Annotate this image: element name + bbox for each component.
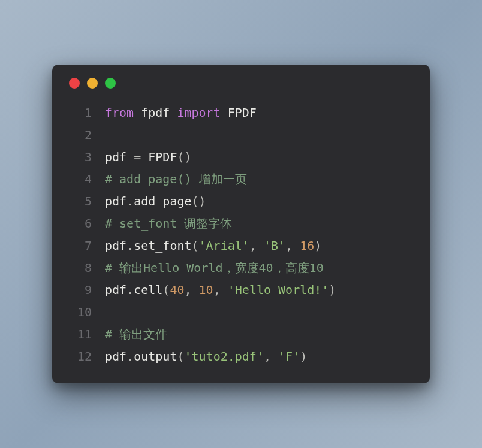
code-line: 6# set_font 调整字体 <box>68 213 414 235</box>
line-content: # set_font 调整字体 <box>105 213 232 235</box>
close-icon[interactable] <box>69 78 80 89</box>
code-line: 1from fpdf import FPDF <box>68 102 414 124</box>
code-line: 2 <box>68 124 414 146</box>
code-line: 8# 输出Hello World，宽度40，高度10 <box>68 257 414 279</box>
line-content: # 输出文件 <box>105 323 167 346</box>
line-content: pdf = FPDF() <box>105 146 192 168</box>
line-number: 11 <box>68 323 92 346</box>
line-content: from fpdf import FPDF <box>105 102 257 124</box>
line-number: 2 <box>68 124 92 146</box>
code-line: 3pdf = FPDF() <box>68 146 414 168</box>
line-number: 10 <box>68 301 92 323</box>
code-line: 10 <box>68 301 414 323</box>
code-line: 5pdf.add_page() <box>68 190 414 213</box>
line-number: 1 <box>68 102 92 124</box>
code-line: 9pdf.cell(40, 10, 'Hello World!') <box>68 279 414 301</box>
line-content: # 输出Hello World，宽度40，高度10 <box>105 257 324 279</box>
window-titlebar <box>68 78 414 89</box>
line-number: 7 <box>68 235 92 257</box>
code-line: 12pdf.output('tuto2.pdf', 'F') <box>68 346 414 368</box>
line-content <box>105 301 112 323</box>
line-content: pdf.add_page() <box>105 190 206 213</box>
line-number: 6 <box>68 213 92 235</box>
line-number: 5 <box>68 190 92 213</box>
line-content: pdf.output('tuto2.pdf', 'F') <box>105 346 307 368</box>
line-content: pdf.set_font('Arial', 'B', 16) <box>105 235 321 257</box>
maximize-icon[interactable] <box>105 78 116 89</box>
minimize-icon[interactable] <box>87 78 98 89</box>
code-line: 7pdf.set_font('Arial', 'B', 16) <box>68 235 414 257</box>
code-line: 4# add_page() 增加一页 <box>68 168 414 190</box>
line-content <box>105 124 112 146</box>
line-number: 9 <box>68 279 92 301</box>
line-content: pdf.cell(40, 10, 'Hello World!') <box>105 279 336 301</box>
line-content: # add_page() 增加一页 <box>105 168 247 190</box>
line-number: 4 <box>68 168 92 190</box>
line-number: 3 <box>68 146 92 168</box>
line-number: 8 <box>68 257 92 279</box>
code-block: 1from fpdf import FPDF2 3pdf = FPDF()4# … <box>68 102 414 368</box>
code-line: 11# 输出文件 <box>68 323 414 346</box>
line-number: 12 <box>68 346 92 368</box>
code-window: 1from fpdf import FPDF2 3pdf = FPDF()4# … <box>52 65 430 383</box>
